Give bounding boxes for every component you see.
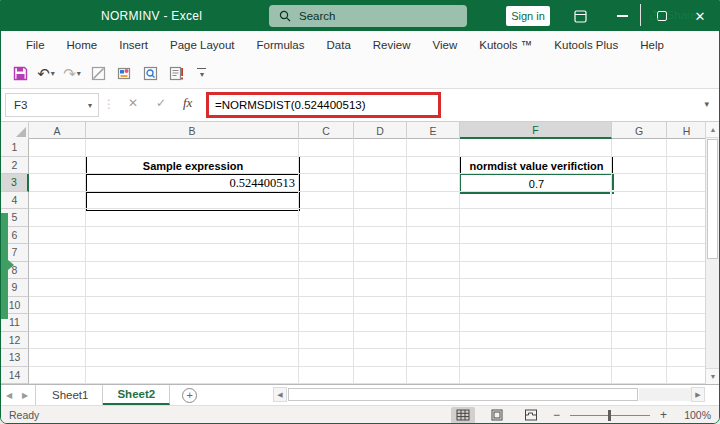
- scroll-up-icon[interactable]: ▲: [706, 122, 720, 138]
- search-placeholder: Search: [299, 10, 335, 22]
- page-break-view-icon: [524, 409, 538, 421]
- tab-insert[interactable]: Insert: [108, 31, 159, 59]
- vertical-scrollbar[interactable]: ▲ ▼: [705, 122, 719, 384]
- gridline: [29, 313, 707, 314]
- select-all-icon: [16, 127, 26, 137]
- sheet-tab-sheet2[interactable]: Sheet2: [103, 385, 170, 405]
- quick-access-toolbar: ↶▾ ↷▾: [1, 59, 719, 89]
- ribbon-tab-bar: FileHomeInsertPage LayoutFormulasDataRev…: [1, 31, 719, 59]
- expand-formula-bar-icon[interactable]: ▾: [704, 99, 709, 109]
- sign-in-button[interactable]: Sign in: [506, 6, 550, 26]
- customize-qat-button[interactable]: ▾: [197, 68, 206, 79]
- chart-tool-icon: [117, 66, 132, 81]
- column-header-G[interactable]: G: [612, 122, 667, 139]
- minimize-button[interactable]: [605, 1, 639, 31]
- sheet-tab-sheet1[interactable]: Sheet1: [38, 385, 103, 405]
- vertical-scroll-thumb[interactable]: [707, 139, 718, 259]
- search-box[interactable]: Search: [269, 5, 467, 27]
- column-header-A[interactable]: A: [29, 122, 86, 139]
- gridline: [29, 366, 707, 367]
- share-label: Share: [666, 9, 697, 21]
- page-layout-view-button[interactable]: [485, 407, 509, 424]
- sheet-nav-left-icon[interactable]: ◀: [1, 391, 17, 400]
- redo-dropdown-icon[interactable]: ▾: [77, 69, 81, 78]
- gridline: [29, 226, 707, 227]
- redo-button[interactable]: ↷▾: [61, 62, 83, 86]
- tab-help[interactable]: Help: [629, 31, 675, 59]
- zoom-out-icon[interactable]: −: [553, 408, 560, 422]
- window-title: NORMINV - Excel: [101, 9, 202, 23]
- print-preview-button[interactable]: [139, 62, 161, 86]
- left-annotation-arrow-icon: [8, 260, 14, 270]
- pencil-ruler-icon: [91, 66, 106, 81]
- cell-F2-value: normdist value verifiction: [470, 160, 604, 172]
- status-bar: Ready: [1, 405, 719, 424]
- column-headers: ABCDEFGH: [1, 122, 707, 139]
- plus-icon: +: [186, 389, 192, 401]
- horizontal-scroll-thumb[interactable]: [288, 388, 638, 401]
- tab-file[interactable]: File: [15, 31, 56, 59]
- column-header-H[interactable]: H: [667, 122, 707, 139]
- cell-F3-value: 0.7: [529, 178, 544, 190]
- zoom-in-icon[interactable]: +: [660, 408, 667, 422]
- save-button[interactable]: [9, 62, 31, 86]
- normal-view-icon: [456, 409, 470, 421]
- cell-B2-value: Sample expression: [143, 160, 243, 172]
- print-preview-icon: [143, 66, 158, 81]
- zoom-slider-handle[interactable]: [608, 410, 611, 421]
- undo-button[interactable]: ↶▾: [35, 62, 57, 86]
- formula-input[interactable]: =NORMSDIST(0.524400513): [206, 92, 441, 118]
- cancel-icon[interactable]: ✕: [123, 96, 143, 110]
- status-text: Ready: [9, 409, 39, 421]
- column-header-B[interactable]: B: [86, 122, 299, 139]
- sheet-nav-right-icon[interactable]: ▶: [17, 391, 33, 400]
- gridline: [29, 191, 707, 192]
- tab-view[interactable]: View: [422, 31, 469, 59]
- excel-window: NORMINV - Excel Search Sign in ✕ FileHom…: [0, 0, 720, 424]
- column-header-C[interactable]: C: [299, 122, 354, 139]
- grid-body[interactable]: Sample expression 0.524400513 normdist v…: [1, 139, 707, 384]
- horizontal-scroll-track[interactable]: [639, 388, 691, 401]
- minimize-icon: [617, 15, 628, 16]
- column-header-E[interactable]: E: [407, 122, 460, 139]
- share-button[interactable]: Share: [640, 4, 705, 26]
- column-header-F[interactable]: F: [460, 122, 612, 139]
- tab-home[interactable]: Home: [56, 31, 109, 59]
- gridline: [29, 243, 707, 244]
- page-break-view-button[interactable]: [519, 407, 543, 424]
- chevron-down-icon: ▾: [200, 70, 204, 79]
- tab-kutools-plus[interactable]: Kutools Plus: [543, 31, 629, 59]
- column-header-D[interactable]: D: [354, 122, 407, 139]
- zoom-level: 100%: [677, 409, 711, 421]
- name-box[interactable]: F3 ▾: [5, 93, 99, 117]
- select-all-corner[interactable]: [1, 122, 29, 139]
- save-icon: [13, 66, 28, 81]
- ribbon-display-options-button[interactable]: [563, 1, 597, 31]
- tab-data[interactable]: Data: [316, 31, 362, 59]
- scroll-left-icon[interactable]: ◀: [273, 387, 287, 402]
- normal-view-button[interactable]: [451, 407, 475, 424]
- tab-review[interactable]: Review: [362, 31, 422, 59]
- tab-kutools[interactable]: Kutools ™: [468, 31, 543, 59]
- gridline: [29, 173, 707, 174]
- new-sheet-button[interactable]: +: [182, 388, 197, 403]
- draw-border-button[interactable]: [87, 62, 109, 86]
- separator-dots: ⋮: [103, 97, 115, 111]
- scroll-right-icon[interactable]: ▶: [691, 387, 705, 402]
- insert-function-icon[interactable]: fx: [183, 95, 192, 111]
- name-box-dropdown-icon[interactable]: ▾: [88, 101, 92, 110]
- tab-formulas[interactable]: Formulas: [246, 31, 316, 59]
- ribbon-display-options-icon: [574, 10, 587, 23]
- scroll-down-icon[interactable]: ▼: [706, 368, 720, 384]
- gridline: [29, 156, 707, 157]
- horizontal-scrollbar[interactable]: ◀ ▶: [273, 387, 705, 402]
- enter-icon[interactable]: ✓: [151, 96, 171, 110]
- undo-dropdown-icon[interactable]: ▾: [51, 69, 55, 78]
- share-icon: [649, 9, 661, 21]
- sign-in-label: Sign in: [511, 10, 545, 22]
- zoom-slider[interactable]: [570, 415, 650, 416]
- error-checking-button[interactable]: [165, 62, 187, 86]
- error-checking-icon: [169, 66, 184, 81]
- tab-page-layout[interactable]: Page Layout: [159, 31, 246, 59]
- chart-tool-button[interactable]: [113, 62, 135, 86]
